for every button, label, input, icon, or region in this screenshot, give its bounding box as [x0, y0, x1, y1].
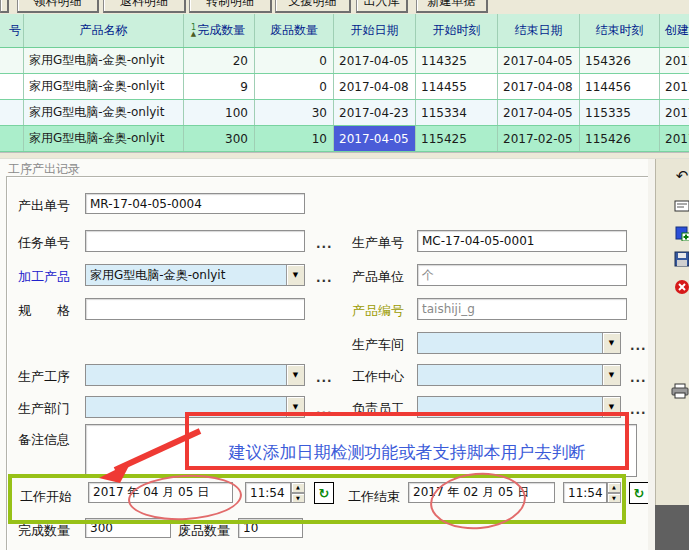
cell-scrap[interactable]: 0 [255, 74, 334, 99]
cell-done[interactable]: 20 [184, 48, 255, 73]
cell-scrap[interactable]: 30 [255, 100, 334, 125]
column-header-done-qty[interactable]: 1 ▲ 完成数量 [184, 14, 255, 47]
cell-product[interactable]: 家用G型电脑-金奥-onlyit [24, 126, 184, 151]
product-code-field[interactable]: taishiji_g [417, 298, 627, 320]
cell-created[interactable]: 2017-0 [660, 48, 689, 73]
spinner-up-icon: ▲ [291, 482, 305, 493]
column-header-start-time[interactable]: 开始时刻 [416, 14, 498, 47]
spec-field[interactable] [85, 298, 305, 320]
process-combobox[interactable]: ▼ [85, 364, 305, 386]
output-no-field[interactable]: MR-17-04-05-0004 [85, 193, 305, 214]
spinner-down-icon: ▼ [607, 493, 621, 504]
remark-label: 备注信息 [18, 431, 70, 449]
cell-start-time[interactable]: 115334 [416, 100, 498, 125]
undo-arrow-icon[interactable]: ↶ [673, 167, 689, 185]
cell-start-date[interactable]: 2017-04-05 [334, 48, 416, 73]
cell-created[interactable]: 2017-0 [660, 100, 689, 125]
cell-end-date[interactable]: 2017-04-05 [498, 100, 580, 125]
cell-end-time[interactable]: 115335 [580, 100, 660, 125]
column-header-id[interactable]: 号 [0, 14, 24, 47]
employee-browse-button[interactable]: ... [630, 403, 647, 417]
cell-start-time[interactable]: 114325 [416, 48, 498, 73]
column-header-start-date[interactable]: 开始日期 [334, 14, 416, 47]
toolbar-button-material-issue[interactable]: 领料明细 [17, 0, 99, 13]
toolbar-button-support-detail[interactable]: 支援明细 [275, 0, 351, 13]
cell-done[interactable]: 100 [184, 100, 255, 125]
work-start-date-field[interactable]: 2017 年 04 月 05 日 [88, 482, 233, 503]
cell-created[interactable]: 2017-0 [660, 126, 689, 151]
add-record-icon[interactable] [673, 224, 689, 242]
chevron-down-icon[interactable]: ▼ [286, 265, 304, 285]
workshop-browse-button[interactable]: ... [630, 339, 647, 353]
work-end-refresh-button[interactable]: ↻ [629, 482, 649, 504]
column-header-created[interactable]: 创建 [660, 14, 689, 47]
toolbar-button-new-document[interactable]: 新建单据 [416, 0, 488, 13]
cell-scrap[interactable]: 10 [255, 126, 334, 151]
cell-end-date[interactable]: 2017-02-05 [498, 126, 580, 151]
done-qty-field[interactable]: 300 [85, 518, 171, 538]
scrap-qty-field[interactable]: 10 [238, 518, 303, 538]
table-row[interactable]: 家用G型电脑-金奥-onlyit 100 30 2017-04-23 11533… [0, 100, 689, 126]
unit-field[interactable]: 个 [417, 264, 627, 286]
work-start-time-stepper[interactable]: ▲ ▼ [291, 482, 305, 503]
cell-start-date[interactable]: 2017-04-23 [334, 100, 416, 125]
column-header-product-name[interactable]: 产品名称 [24, 14, 184, 47]
production-no-field[interactable]: MC-17-04-05-0001 [417, 230, 627, 252]
chevron-down-icon[interactable]: ▼ [602, 365, 620, 385]
horizontal-splitter[interactable] [0, 152, 689, 159]
table-row[interactable]: 家用G型电脑-金奥-onlyit 9 0 2017-04-08 114455 2… [0, 74, 689, 100]
cell-done[interactable]: 9 [184, 74, 255, 99]
save-icon[interactable] [673, 250, 689, 268]
work-start-time-field[interactable]: 11:54 [245, 482, 291, 503]
cell-product[interactable]: 家用G型电脑-金奥-onlyit [24, 74, 184, 99]
chevron-down-icon[interactable]: ▼ [602, 333, 620, 353]
work-center-combobox[interactable]: ▼ [417, 364, 621, 386]
cell-created[interactable]: 2017-0 [660, 74, 689, 99]
cell-start-date[interactable]: 2017-04-08 [334, 74, 416, 99]
task-no-field[interactable] [85, 230, 305, 252]
chevron-down-icon[interactable]: ▼ [286, 365, 304, 385]
workshop-label: 生产车间 [352, 336, 404, 354]
table-row-selected[interactable]: 家用G型电脑-金奥-onlyit 300 10 2017-04-05 11542… [0, 126, 689, 152]
table-row[interactable]: 家用G型电脑-金奥-onlyit 20 0 2017-04-05 114325 … [0, 48, 689, 74]
product-combobox[interactable]: 家用G型电脑-金奥-onlyit ▼ [85, 264, 305, 286]
toolbar-button-transfer-detail[interactable]: 转制明细 [189, 0, 272, 13]
print-icon[interactable] [671, 382, 689, 400]
cell-end-date[interactable]: 2017-04-05 [498, 48, 580, 73]
work-start-refresh-button[interactable]: ↻ [314, 482, 334, 504]
production-no-label: 生产单号 [352, 234, 404, 252]
cell-product[interactable]: 家用G型电脑-金奥-onlyit [24, 100, 184, 125]
cell-end-time[interactable]: 114456 [580, 74, 660, 99]
cell-done[interactable]: 300 [184, 126, 255, 151]
cell-end-time[interactable]: 154326 [580, 48, 660, 73]
cell-start-time[interactable]: 114455 [416, 74, 498, 99]
unit-label: 产品单位 [352, 268, 404, 286]
product-code-label: 产品编号 [352, 302, 404, 320]
column-header-end-date[interactable]: 结束日期 [498, 14, 580, 47]
record-view-icon[interactable] [673, 197, 689, 215]
toolbar-button-partial[interactable] [0, 0, 9, 13]
delete-icon[interactable] [673, 278, 689, 296]
workshop-combobox[interactable]: ▼ [417, 332, 621, 354]
output-no-label: 产出单号 [18, 197, 70, 215]
table-header-row: 号 产品名称 1 ▲ 完成数量 废品数量 开始日期 开始时刻 结束日期 结束时刻… [0, 14, 689, 48]
cell-start-time[interactable]: 115425 [416, 126, 498, 151]
cell-product[interactable]: 家用G型电脑-金奥-onlyit [24, 48, 184, 73]
cell-end-date[interactable]: 2017-04-08 [498, 74, 580, 99]
work-end-date-field[interactable]: 2017 年 02 月 05 日 [408, 482, 555, 503]
cell-start-date-selected[interactable]: 2017-04-05 [334, 126, 416, 151]
column-header-end-time[interactable]: 结束时刻 [580, 14, 660, 47]
cell-end-time[interactable]: 115426 [580, 126, 660, 151]
process-browse-button[interactable]: ... [316, 371, 333, 385]
work-center-browse-button[interactable]: ... [630, 371, 647, 385]
work-end-time-stepper[interactable]: ▲ ▼ [607, 482, 621, 503]
toolbar-button-warehouse-io[interactable]: 出入库 [356, 0, 408, 13]
department-label: 生产部门 [18, 400, 70, 418]
task-no-browse-button[interactable]: ... [316, 237, 333, 251]
cell-scrap[interactable]: 0 [255, 48, 334, 73]
work-end-time-field[interactable]: 11:54 [563, 482, 607, 503]
column-header-scrap-qty[interactable]: 废品数量 [255, 14, 334, 47]
annotation-red-rectangle: 建议添加日期检测功能或者支持脚本用户去判断 [185, 412, 629, 470]
product-browse-button[interactable]: ... [316, 271, 333, 285]
toolbar-button-material-return[interactable]: 退料明细 [103, 0, 186, 13]
